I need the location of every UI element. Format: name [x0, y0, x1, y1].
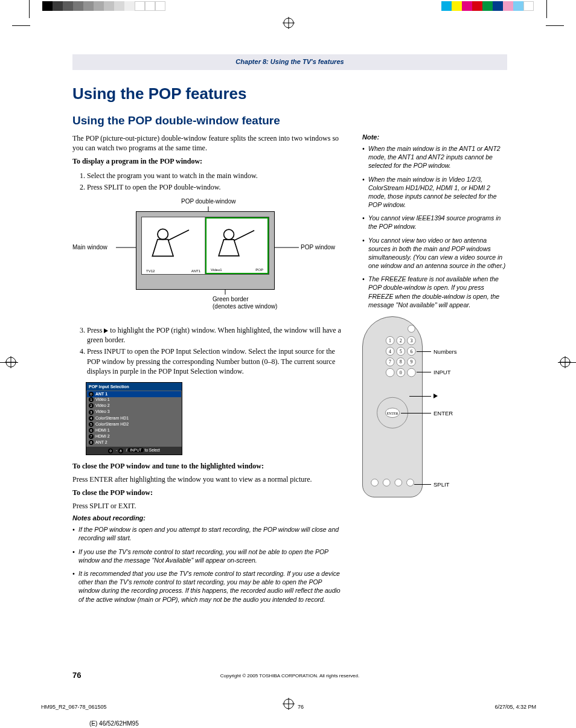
right-column: Note: When the main window is in the ANT… — [362, 133, 507, 608]
svg-text:ENTER: ENTER — [387, 412, 398, 415]
step-4: Press INPUT to open the POP Input Select… — [87, 346, 344, 377]
remote-label-play — [434, 392, 438, 399]
svg-point-8 — [224, 229, 234, 240]
footer-page: 76 — [298, 704, 304, 710]
pop-figure: POP double-window Main window POP window… — [72, 198, 344, 319]
svg-point-38 — [407, 479, 414, 486]
grayscale-bar — [42, 1, 165, 11]
remote-graphic: 123 456 789 0 ENTER — [362, 316, 423, 497]
svg-point-36 — [383, 479, 390, 486]
remote-label-split: SPLIT — [434, 481, 449, 488]
crop-marks — [0, 0, 576, 48]
svg-point-19 — [386, 368, 394, 377]
registration-mark-icon — [283, 698, 295, 710]
play-right-icon — [434, 394, 438, 398]
close-hl-heading: To close the POP window and tune to the … — [72, 461, 344, 471]
fig-label-main: Main window — [72, 244, 107, 251]
svg-text:3: 3 — [410, 338, 412, 343]
rec-note-3: It is recommended that you use the TV's … — [72, 569, 344, 604]
svg-text:6: 6 — [410, 349, 412, 354]
fig-label-pop: POP window — [301, 244, 335, 251]
svg-text:7: 7 — [389, 359, 391, 365]
svg-text:0: 0 — [400, 370, 402, 375]
pop-menu-footer: 0 - 8 / INPUT to Select — [86, 447, 182, 454]
close-hl-text: Press ENTER after highlighting the windo… — [72, 474, 344, 484]
remote-figure: 123 456 789 0 ENTER Numbers INP — [362, 316, 507, 503]
remote-label-input: INPUT — [434, 369, 451, 375]
svg-point-35 — [371, 479, 379, 486]
fig-label-green1: Green border — [213, 296, 248, 302]
note-5: The FREEZE feature is not available when… — [362, 275, 507, 309]
svg-text:4: 4 — [389, 349, 391, 354]
footer-date: 6/27/05, 4:32 PM — [494, 704, 536, 710]
rec-note-1: If the POP window is open and you attemp… — [72, 525, 344, 542]
page-content: Chapter 8: Using the TV's features Using… — [72, 54, 507, 608]
rec-note-2: If you use the TV's remote control to st… — [72, 548, 344, 564]
left-column: The POP (picture-out-picture) double-win… — [72, 133, 344, 608]
note-2: When the main window is in Video 1/2/3, … — [362, 175, 507, 209]
step-2: Press SPLIT to open the POP double-windo… — [87, 182, 344, 193]
page-title: Using the POP features — [72, 85, 507, 103]
intro-text: The POP (picture-out-picture) double-win… — [72, 133, 344, 153]
chapter-header: Chapter 8: Using the TV's features — [72, 54, 507, 70]
tv-graphic: TV12 ANT1 Video1 POP — [136, 211, 275, 290]
footer-model: (E) 46/52/62HM95 — [89, 720, 139, 727]
close-text: Press SPLIT or EXIT. — [72, 501, 344, 511]
svg-point-37 — [395, 479, 402, 486]
registration-mark-icon — [283, 17, 295, 29]
svg-point-21 — [408, 368, 416, 377]
copyright: Copyright © 2005 TOSHIBA CORPORATION. Al… — [72, 673, 507, 679]
pop-menu-title: POP Input Selection — [86, 383, 182, 391]
close-heading: To close the POP window: — [72, 488, 344, 497]
svg-text:5: 5 — [400, 349, 402, 354]
pop-input-menu: POP Input Selection 0ANT 1 1Video 1 2Vid… — [86, 382, 182, 455]
svg-text:1: 1 — [389, 338, 391, 343]
fig-label-green2: (denotes active window) — [213, 303, 277, 310]
step-3: Press to highlight the POP (right) windo… — [87, 325, 344, 346]
note-heading: Note: — [362, 133, 507, 141]
notes-rec-heading: Notes about recording: — [72, 514, 344, 522]
color-bar — [441, 1, 534, 11]
svg-text:2: 2 — [400, 338, 402, 343]
step-1: Select the program you want to watch in … — [87, 170, 344, 182]
note-1: When the main window is in the ANT1 or A… — [362, 144, 507, 170]
svg-text:8: 8 — [400, 359, 402, 365]
remote-label-enter: ENTER — [434, 410, 453, 417]
svg-text:9: 9 — [410, 359, 412, 365]
footer-file: HM95_R2_067-78_061505 — [41, 704, 107, 710]
note-4: You cannot view two video or two antenna… — [362, 236, 507, 270]
section-title: Using the POP double-window feature — [72, 114, 507, 127]
display-heading: To display a program in the POP window: — [72, 156, 344, 166]
svg-point-7 — [158, 229, 168, 239]
remote-label-numbers: Numbers — [434, 348, 457, 355]
note-3: You cannot view IEEE1394 source programs… — [362, 214, 507, 231]
svg-point-9 — [408, 325, 415, 333]
